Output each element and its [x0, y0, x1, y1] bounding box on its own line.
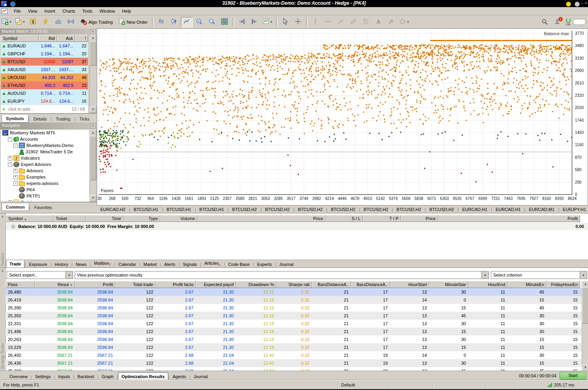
tab-trading[interactable]: Trading: [52, 115, 74, 122]
tester-tab-overview[interactable]: Overview: [6, 373, 31, 381]
scroll-up-icon[interactable]: ▲: [90, 130, 96, 136]
expand-icon[interactable]: +: [13, 175, 18, 179]
close-icon[interactable]: [0, 215, 5, 219]
scroll-down-icon[interactable]: ▼: [90, 195, 96, 202]
quick-trading-button[interactable]: [40, 17, 52, 27]
cursor-button[interactable]: [280, 17, 291, 27]
opt-column-header[interactable]: HourStart: [390, 281, 429, 288]
chart-tab[interactable]: BTCUSD,H2: [261, 207, 293, 212]
optimization-row[interactable]: 19,3293598.842598.841222.6721.3012.150.3…: [6, 343, 582, 351]
tree-item-pk4[interactable]: PK4: [1, 187, 90, 193]
results-mode-combo[interactable]: View previous optimization results: [75, 271, 489, 279]
trade-column-header[interactable]: Type: [124, 215, 160, 222]
market-watch-row[interactable]: AUDUSD0.714...0.714...11: [1, 89, 88, 97]
opt-column-header[interactable]: HourEnd: [468, 281, 507, 288]
expert-select-combo[interactable]: Select expert...: [7, 271, 73, 279]
scatter-canvas[interactable]: [97, 29, 588, 205]
tree-item-examples[interactable]: +Examples: [1, 174, 90, 180]
close-icon[interactable]: [90, 29, 96, 34]
shapes-tool[interactable]: ▼: [398, 17, 411, 27]
opt-column-header[interactable]: Total trade: [115, 281, 156, 288]
optimization-row[interactable]: 22,3313598.842598.841222.6721.3012.150.3…: [6, 320, 582, 328]
notifications-icon[interactable]: 1: [554, 19, 560, 26]
chevron-down-icon[interactable]: [66, 271, 73, 279]
profiles-button[interactable]: ▼: [14, 17, 26, 27]
column-header[interactable]: Symbol: [1, 35, 39, 42]
chart-shift-button[interactable]: [249, 17, 261, 27]
chart-tab[interactable]: EURJPY,H1: [559, 207, 588, 212]
criterion-combo[interactable]: Select criterion: [491, 271, 587, 279]
tree-item-31902-metatrader-5-de[interactable]: 31902: MetaTrader 5 De: [1, 149, 90, 155]
vertical-line-tool[interactable]: [310, 17, 321, 27]
horizontal-line-tool[interactable]: [322, 17, 334, 27]
expand-icon[interactable]: +: [13, 169, 18, 173]
toolbox-tab-articles[interactable]: Articles1: [201, 260, 224, 268]
opt-column-header[interactable]: Sharpe rati: [276, 281, 312, 288]
opt-column-header[interactable]: Profit: [75, 281, 115, 288]
column-header[interactable]: !: [75, 35, 88, 42]
trade-column-header[interactable]: Price: [401, 215, 438, 222]
navigator-scrollbar[interactable]: ▲ ▼: [89, 130, 96, 202]
chevron-down-icon[interactable]: ▼: [23, 21, 25, 23]
tree-item-experts-advisors[interactable]: −experts-advisors: [1, 180, 90, 187]
opt-column-header[interactable]: MinuteEn: [507, 281, 547, 288]
menu-window[interactable]: Window: [96, 8, 118, 14]
menu-view[interactable]: View: [24, 8, 41, 14]
trade-column-header[interactable]: Symbol▲: [6, 215, 53, 222]
tester-tab-graph[interactable]: Graph: [98, 373, 117, 381]
chevron-down-icon[interactable]: [481, 271, 488, 279]
indicators-button[interactable]: ▼: [261, 17, 274, 27]
optimization-scrollbar[interactable]: ▲ ▼: [582, 281, 588, 371]
menu-insert[interactable]: Insert: [41, 8, 59, 14]
new-order-button[interactable]: New Order: [116, 17, 150, 27]
tab-common[interactable]: Common: [2, 203, 29, 211]
candle-chart-button[interactable]: [168, 17, 180, 27]
toolbox-tab-signals[interactable]: Signals: [180, 261, 200, 268]
opt-column-header[interactable]: FridayHourEn: [547, 281, 580, 288]
market-watch-row[interactable]: UKOUSD44.20344.25249: [1, 73, 88, 81]
chevron-down-icon[interactable]: ▼: [270, 21, 273, 23]
toolbox-tab-history[interactable]: History: [52, 261, 71, 268]
chart-tab[interactable]: BTCUSD,H1: [163, 207, 195, 212]
tree-item-pktp1[interactable]: PKTP1: [1, 193, 90, 199]
market-watch-scrollbar[interactable]: ▲ ▼: [89, 35, 96, 113]
tree-item-scripts[interactable]: +Scripts: [1, 199, 90, 202]
tab-favorites[interactable]: Favorites: [30, 204, 56, 211]
chart-tab[interactable]: EURCAD,M1: [525, 207, 558, 212]
scroll-down-icon[interactable]: ▼: [582, 364, 588, 371]
chart-tab[interactable]: BTCUSD,H2: [426, 207, 457, 212]
optimization-row[interactable]: 25,3503598.842598.841222.6721.3012.150.3…: [6, 312, 582, 320]
expand-icon[interactable]: −: [13, 181, 18, 186]
chevron-down-icon[interactable]: [580, 271, 587, 279]
zoom-out-button[interactable]: [206, 17, 218, 27]
chart-tab[interactable]: BTCUSD,H2: [229, 207, 260, 212]
auto-scroll-button[interactable]: [236, 17, 248, 27]
chart-tab[interactable]: BTCUSD,H1: [196, 207, 227, 212]
chart-tab[interactable]: EURCAD,H1: [492, 207, 524, 212]
optimization-row[interactable]: 28,4803598.842598.841222.6721.3012.150.3…: [6, 288, 582, 296]
tree-item-expert-advisors[interactable]: −Expert Advisors: [1, 161, 90, 168]
channel-tool[interactable]: [348, 17, 359, 27]
bar-chart-button[interactable]: [156, 17, 167, 27]
opt-column-header[interactable]: Profit facto: [156, 281, 196, 288]
optimization-row[interactable]: 26,4923567.212567.211222.6821.0412.420.3…: [6, 351, 582, 359]
menu-help[interactable]: Help: [118, 8, 135, 14]
expand-icon[interactable]: −: [13, 143, 18, 148]
market-watch-row[interactable]: EURAUD1.646...1.647...22: [1, 42, 88, 50]
tab-details[interactable]: Details: [30, 115, 51, 122]
menu-charts[interactable]: Charts: [59, 8, 79, 14]
toolbox-tab-experts[interactable]: Experts: [254, 261, 275, 268]
tester-tab-backtest[interactable]: Backtest: [74, 373, 97, 381]
new-chart-button[interactable]: ▼: [0, 17, 13, 27]
opt-column-header[interactable]: BarsDistanceA..: [351, 281, 390, 288]
toolbox-tab-mailbox[interactable]: Mailbox7: [91, 260, 114, 268]
menu-file[interactable]: File: [10, 8, 24, 14]
chart-tab[interactable]: BTCUSD,H2: [393, 207, 425, 212]
chart-tab[interactable]: EURCAD,H2: [97, 207, 129, 212]
market-watch-row[interactable]: EURJPY124.6...124.6...16: [1, 97, 88, 105]
trade-column-header[interactable]: Volume: [160, 215, 197, 222]
tester-tab-journal[interactable]: Journal: [190, 373, 211, 381]
fibonacci-tool[interactable]: F: [360, 17, 372, 27]
close-icon[interactable]: [90, 123, 96, 128]
trade-column-header[interactable]: Ticket: [53, 215, 86, 222]
